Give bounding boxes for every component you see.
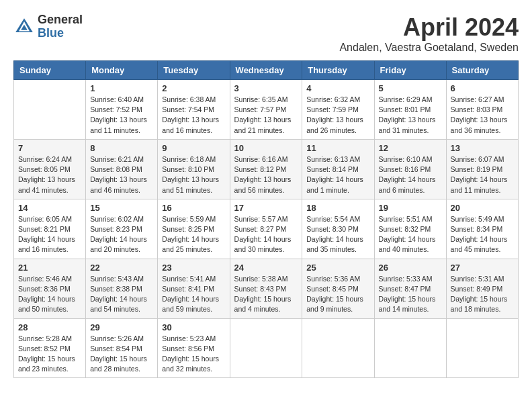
day-info: Sunrise: 6:32 AM Sunset: 7:59 PM Dayligh…: [306, 95, 369, 136]
day-number: 23: [162, 263, 225, 273]
calendar-cell: 5Sunrise: 6:29 AM Sunset: 8:01 PM Daylig…: [374, 80, 446, 140]
day-number: 18: [306, 203, 369, 213]
day-info: Sunrise: 6:13 AM Sunset: 8:14 PM Dayligh…: [306, 154, 369, 195]
calendar-cell: 23Sunrise: 5:41 AM Sunset: 8:41 PM Dayli…: [158, 259, 230, 318]
day-number: 17: [234, 203, 298, 213]
calendar-cell: 27Sunrise: 5:31 AM Sunset: 8:49 PM Dayli…: [446, 259, 518, 318]
day-number: 28: [18, 322, 81, 332]
calendar-header-row: Sunday Monday Tuesday Wednesday Thursday…: [14, 61, 519, 80]
calendar-cell: 12Sunrise: 6:10 AM Sunset: 8:16 PM Dayli…: [374, 139, 446, 199]
calendar-week-3: 14Sunrise: 6:05 AM Sunset: 8:21 PM Dayli…: [14, 199, 519, 259]
day-number: 8: [90, 143, 153, 153]
day-number: 1: [90, 83, 153, 93]
calendar-cell: 28Sunrise: 5:28 AM Sunset: 8:52 PM Dayli…: [14, 318, 86, 378]
calendar-cell: [446, 318, 518, 378]
day-number: 25: [306, 263, 369, 273]
calendar-cell: 13Sunrise: 6:07 AM Sunset: 8:19 PM Dayli…: [446, 139, 518, 199]
day-info: Sunrise: 6:24 AM Sunset: 8:05 PM Dayligh…: [18, 154, 81, 195]
day-info: Sunrise: 6:02 AM Sunset: 8:23 PM Dayligh…: [90, 214, 153, 255]
calendar-cell: [230, 318, 302, 378]
day-info: Sunrise: 5:49 AM Sunset: 8:34 PM Dayligh…: [451, 214, 514, 255]
title-block: April 2024 Andalen, Vaestra Goetaland, S…: [339, 13, 519, 54]
day-number: 2: [162, 83, 225, 93]
calendar-cell: 8Sunrise: 6:21 AM Sunset: 8:08 PM Daylig…: [86, 139, 158, 199]
day-info: Sunrise: 5:31 AM Sunset: 8:49 PM Dayligh…: [451, 274, 514, 315]
day-number: 5: [379, 83, 442, 93]
col-saturday: Saturday: [446, 61, 518, 80]
day-number: 7: [18, 143, 81, 153]
day-info: Sunrise: 6:21 AM Sunset: 8:08 PM Dayligh…: [90, 154, 153, 195]
day-info: Sunrise: 5:33 AM Sunset: 8:47 PM Dayligh…: [379, 274, 442, 315]
day-number: 14: [18, 203, 81, 213]
day-number: 20: [451, 203, 514, 213]
day-number: 11: [306, 143, 369, 153]
day-info: Sunrise: 6:40 AM Sunset: 7:52 PM Dayligh…: [90, 95, 153, 136]
calendar-cell: 30Sunrise: 5:23 AM Sunset: 8:56 PM Dayli…: [158, 318, 230, 378]
calendar-week-5: 28Sunrise: 5:28 AM Sunset: 8:52 PM Dayli…: [14, 318, 519, 378]
calendar-cell: 20Sunrise: 5:49 AM Sunset: 8:34 PM Dayli…: [446, 199, 518, 259]
day-info: Sunrise: 6:05 AM Sunset: 8:21 PM Dayligh…: [18, 214, 81, 255]
col-friday: Friday: [374, 61, 446, 80]
day-info: Sunrise: 5:59 AM Sunset: 8:25 PM Dayligh…: [162, 214, 225, 255]
day-info: Sunrise: 6:07 AM Sunset: 8:19 PM Dayligh…: [451, 154, 514, 195]
calendar-cell: 7Sunrise: 6:24 AM Sunset: 8:05 PM Daylig…: [14, 139, 86, 199]
day-info: Sunrise: 6:27 AM Sunset: 8:03 PM Dayligh…: [451, 95, 514, 136]
day-number: 3: [234, 83, 298, 93]
day-info: Sunrise: 5:36 AM Sunset: 8:45 PM Dayligh…: [306, 274, 369, 315]
day-info: Sunrise: 5:46 AM Sunset: 8:36 PM Dayligh…: [18, 274, 81, 315]
col-tuesday: Tuesday: [158, 61, 230, 80]
calendar-cell: [374, 318, 446, 378]
day-number: 6: [451, 83, 514, 93]
day-info: Sunrise: 5:23 AM Sunset: 8:56 PM Dayligh…: [162, 334, 225, 375]
day-number: 10: [234, 143, 298, 153]
calendar-cell: 19Sunrise: 5:51 AM Sunset: 8:32 PM Dayli…: [374, 199, 446, 259]
calendar-cell: 24Sunrise: 5:38 AM Sunset: 8:43 PM Dayli…: [230, 259, 302, 318]
calendar-cell: 3Sunrise: 6:35 AM Sunset: 7:57 PM Daylig…: [230, 80, 302, 140]
day-number: 22: [90, 263, 153, 273]
day-info: Sunrise: 6:38 AM Sunset: 7:54 PM Dayligh…: [162, 95, 225, 136]
calendar-cell: 6Sunrise: 6:27 AM Sunset: 8:03 PM Daylig…: [446, 80, 518, 140]
day-number: 15: [90, 203, 153, 213]
day-number: 19: [379, 203, 442, 213]
day-info: Sunrise: 6:10 AM Sunset: 8:16 PM Dayligh…: [379, 154, 442, 195]
calendar-cell: 14Sunrise: 6:05 AM Sunset: 8:21 PM Dayli…: [14, 199, 86, 259]
calendar-cell: 2Sunrise: 6:38 AM Sunset: 7:54 PM Daylig…: [158, 80, 230, 140]
calendar-cell: 18Sunrise: 5:54 AM Sunset: 8:30 PM Dayli…: [302, 199, 374, 259]
logo: General Blue: [13, 13, 83, 40]
day-number: 16: [162, 203, 225, 213]
calendar-cell: 10Sunrise: 6:16 AM Sunset: 8:12 PM Dayli…: [230, 139, 302, 199]
day-info: Sunrise: 5:28 AM Sunset: 8:52 PM Dayligh…: [18, 334, 81, 375]
calendar-cell: 17Sunrise: 5:57 AM Sunset: 8:27 PM Dayli…: [230, 199, 302, 259]
calendar-cell: 22Sunrise: 5:43 AM Sunset: 8:38 PM Dayli…: [86, 259, 158, 318]
calendar-week-4: 21Sunrise: 5:46 AM Sunset: 8:36 PM Dayli…: [14, 259, 519, 318]
calendar-cell: 21Sunrise: 5:46 AM Sunset: 8:36 PM Dayli…: [14, 259, 86, 318]
calendar-cell: 26Sunrise: 5:33 AM Sunset: 8:47 PM Dayli…: [374, 259, 446, 318]
day-info: Sunrise: 6:18 AM Sunset: 8:10 PM Dayligh…: [162, 154, 225, 195]
calendar-cell: [14, 80, 86, 140]
day-info: Sunrise: 6:16 AM Sunset: 8:12 PM Dayligh…: [234, 154, 298, 195]
page-header: General Blue April 2024 Andalen, Vaestra…: [13, 13, 519, 54]
day-number: 26: [379, 263, 442, 273]
day-number: 12: [379, 143, 442, 153]
day-number: 4: [306, 83, 369, 93]
calendar-cell: 4Sunrise: 6:32 AM Sunset: 7:59 PM Daylig…: [302, 80, 374, 140]
calendar-week-2: 7Sunrise: 6:24 AM Sunset: 8:05 PM Daylig…: [14, 139, 519, 199]
calendar-cell: [302, 318, 374, 378]
day-number: 21: [18, 263, 81, 273]
day-number: 30: [162, 322, 225, 332]
day-info: Sunrise: 5:43 AM Sunset: 8:38 PM Dayligh…: [90, 274, 153, 315]
day-info: Sunrise: 5:41 AM Sunset: 8:41 PM Dayligh…: [162, 274, 225, 315]
calendar-cell: 11Sunrise: 6:13 AM Sunset: 8:14 PM Dayli…: [302, 139, 374, 199]
col-thursday: Thursday: [302, 61, 374, 80]
col-wednesday: Wednesday: [230, 61, 302, 80]
calendar-table: Sunday Monday Tuesday Wednesday Thursday…: [13, 60, 519, 378]
day-info: Sunrise: 5:38 AM Sunset: 8:43 PM Dayligh…: [234, 274, 298, 315]
day-info: Sunrise: 5:57 AM Sunset: 8:27 PM Dayligh…: [234, 214, 298, 255]
calendar-cell: 9Sunrise: 6:18 AM Sunset: 8:10 PM Daylig…: [158, 139, 230, 199]
day-info: Sunrise: 6:29 AM Sunset: 8:01 PM Dayligh…: [379, 95, 442, 136]
logo-icon: [13, 16, 35, 38]
day-info: Sunrise: 6:35 AM Sunset: 7:57 PM Dayligh…: [234, 95, 298, 136]
calendar-cell: 25Sunrise: 5:36 AM Sunset: 8:45 PM Dayli…: [302, 259, 374, 318]
day-number: 13: [451, 143, 514, 153]
col-monday: Monday: [86, 61, 158, 80]
